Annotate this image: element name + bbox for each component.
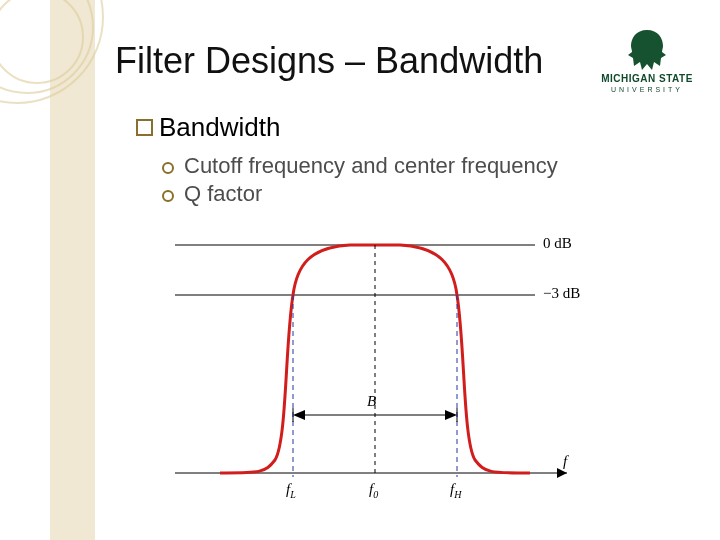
bandpass-figure: 0 dB −3 dB B f fL f0 fH <box>165 225 585 515</box>
content-block: Bandwidth Cutoff frequency and center fr… <box>136 112 676 209</box>
label-f-high: fH <box>450 481 461 500</box>
bullet-ring-icon <box>162 190 174 202</box>
f-center-sub: 0 <box>373 489 378 500</box>
sub-list: Cutoff frequency and center frequency Q … <box>162 153 676 207</box>
slide-title: Filter Designs – Bandwidth <box>115 40 543 82</box>
list-item-text: Cutoff frequency and center frequency <box>184 153 558 179</box>
spartan-helmet-icon <box>622 28 672 72</box>
brand-name: MICHIGAN STATE <box>592 74 702 84</box>
label-bandwidth: B <box>367 393 376 410</box>
f-low-sub: L <box>290 489 296 500</box>
list-item: Cutoff frequency and center frequency <box>162 153 676 179</box>
list-item-text: Q factor <box>184 181 262 207</box>
svg-marker-9 <box>445 410 457 420</box>
label-f-center: f0 <box>369 481 378 500</box>
label-neg3db: −3 dB <box>543 285 580 302</box>
label-f-axis: f <box>563 453 567 470</box>
list-item: Q factor <box>162 181 676 207</box>
label-f-low: fL <box>286 481 296 500</box>
svg-marker-8 <box>293 410 305 420</box>
brand-logo: MICHIGAN STATE UNIVERSITY <box>592 28 702 93</box>
section-heading-row: Bandwidth <box>136 112 676 143</box>
section-heading: Bandwidth <box>159 112 280 143</box>
brand-subname: UNIVERSITY <box>592 86 702 93</box>
bullet-square-icon <box>136 119 153 136</box>
label-0db: 0 dB <box>543 235 572 252</box>
f-high-sub: H <box>454 489 461 500</box>
bandpass-plot <box>165 225 585 515</box>
bullet-ring-icon <box>162 162 174 174</box>
